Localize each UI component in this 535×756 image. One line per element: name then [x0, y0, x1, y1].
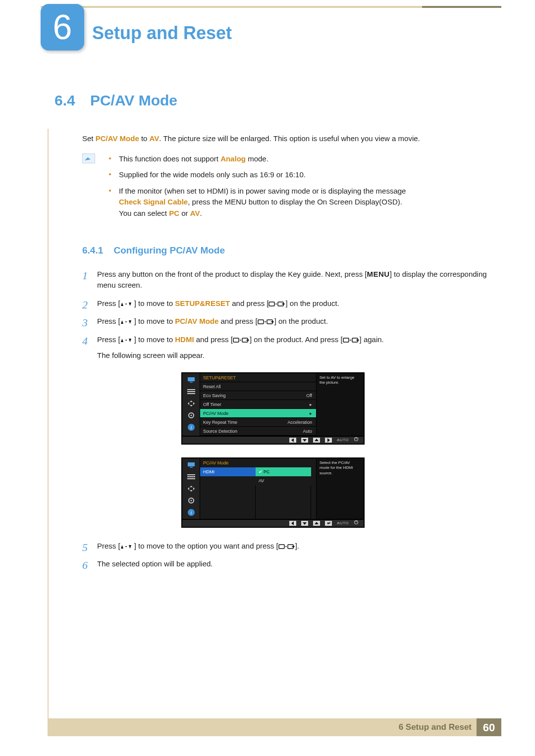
page-footer: 6 Setup and Reset 60 — [48, 718, 501, 736]
step-item: Press [] to move to PC/AV Mode and press… — [82, 316, 495, 327]
osd-row: AV — [200, 476, 316, 485]
enter-source-icon — [343, 337, 360, 344]
osd-sidebar: i — [182, 373, 200, 436]
osd-row: Off Timer▸ — [200, 400, 316, 409]
nav-left-icon — [289, 438, 296, 443]
step-item: Press [] to move to the option you want … — [82, 541, 495, 552]
info-icon: i — [187, 424, 196, 431]
svg-point-14 — [190, 414, 192, 416]
nav-up-icon — [313, 521, 320, 526]
list-icon — [187, 388, 196, 395]
chapter-number: 6 — [53, 1, 72, 53]
enter-source-icon — [258, 318, 274, 325]
svg-rect-9 — [190, 382, 193, 383]
osd-row: HDMI ✔PC — [200, 467, 316, 476]
svg-rect-2 — [258, 320, 264, 324]
svg-rect-10 — [187, 389, 195, 390]
up-down-icon — [120, 318, 134, 325]
subsection-heading: 6.4.1 Configuring PC/AV Mode — [82, 244, 495, 258]
osd-row: Eco SavingOff — [200, 391, 316, 400]
resize-icon — [187, 485, 196, 492]
gear-icon — [187, 412, 196, 419]
intro-paragraph: Set PC/AV Mode to AV. The picture size w… — [82, 133, 495, 145]
resize-icon — [187, 400, 196, 407]
chapter-title: Setup and Reset — [92, 20, 232, 47]
up-down-icon — [120, 337, 134, 344]
svg-rect-11 — [187, 391, 195, 392]
osd-source-selected: HDMI — [200, 467, 256, 476]
nav-down-icon — [301, 438, 308, 443]
note-list: This function does not support Analog mo… — [109, 153, 495, 224]
nav-auto-label: AUTO — [337, 437, 349, 443]
step-item: Press [] to move to SETUP&RESET and pres… — [82, 298, 495, 309]
svg-rect-30 — [279, 545, 284, 549]
svg-rect-6 — [343, 338, 349, 342]
svg-rect-22 — [187, 476, 195, 477]
nav-left-icon — [289, 521, 296, 526]
top-rule-accent — [422, 6, 501, 8]
footer-label: 6 Setup and Reset — [399, 721, 472, 734]
step-item: Press [] to move to HDMI and press [] on… — [82, 334, 495, 528]
note-block: This function does not support Analog mo… — [82, 153, 495, 224]
osd-option: AV — [256, 476, 311, 485]
osd-row-selected: PC/AV Mode▸ — [200, 409, 316, 418]
note-item: This function does not support Analog mo… — [109, 153, 495, 165]
svg-rect-19 — [188, 462, 195, 466]
nav-enter-icon — [325, 521, 332, 526]
chapter-badge: 6 — [41, 4, 84, 50]
svg-rect-21 — [187, 474, 195, 475]
osd-nav-bar: AUTO — [181, 520, 365, 528]
footer-page-number: 60 — [477, 718, 501, 736]
svg-rect-20 — [190, 467, 193, 468]
nav-down-icon — [301, 521, 308, 526]
section-title: PC/AV Mode — [90, 92, 177, 108]
note-item: If the monitor (when set to HDMI) is in … — [109, 186, 495, 219]
svg-rect-0 — [269, 302, 274, 306]
up-down-icon — [120, 301, 134, 307]
svg-point-25 — [190, 500, 192, 501]
osd-row: Key Repeat TimeAcceleration — [200, 418, 316, 427]
enter-source-icon — [278, 543, 295, 550]
monitor-icon — [187, 461, 196, 468]
step-item: The selected option will be applied. — [82, 558, 495, 570]
subsection-number: 6.4.1 — [82, 245, 103, 255]
enter-source-icon — [268, 301, 285, 307]
nav-auto-label: AUTO — [337, 520, 349, 526]
info-icon: i — [187, 509, 196, 516]
enter-source-icon — [233, 337, 250, 344]
svg-rect-12 — [187, 393, 195, 394]
osd-header: PC/AV Mode — [200, 458, 316, 467]
osd-help-text: Select the PC/AV mode for the HDMI sourc… — [316, 458, 364, 519]
power-icon — [354, 520, 359, 527]
section-number: 6.4 — [54, 92, 75, 108]
up-down-icon — [120, 543, 134, 550]
subsection-title: Configuring PC/AV Mode — [114, 245, 225, 255]
svg-rect-8 — [188, 377, 195, 381]
power-icon — [354, 437, 359, 444]
osd-nav-bar: AUTO — [181, 437, 365, 445]
osd-option-selected: ✔PC — [256, 467, 311, 476]
svg-text:i: i — [190, 425, 192, 430]
osd-header: SETUP&RESET — [200, 373, 316, 382]
osd-setup-reset: i SETUP&RESET Reset All Eco SavingOff Of… — [181, 372, 365, 445]
svg-text:i: i — [190, 510, 192, 515]
menu-key: MENU — [367, 270, 389, 278]
osd-row: Source DetectionAuto — [200, 427, 316, 436]
list-icon — [187, 473, 196, 480]
osd-help-text: Set to AV to enlarge the picture. — [316, 373, 364, 436]
step-item: Press any button on the front of the pro… — [82, 269, 495, 291]
osd-row: Reset All — [200, 382, 316, 391]
monitor-icon — [187, 376, 196, 383]
note-item: Supplied for the wide models only such a… — [109, 169, 495, 181]
svg-rect-4 — [233, 338, 239, 342]
nav-right-icon — [325, 438, 332, 443]
step-list: Press any button on the front of the pro… — [82, 269, 495, 570]
note-icon — [82, 153, 95, 163]
svg-rect-23 — [187, 478, 195, 479]
gear-icon — [187, 497, 196, 504]
osd-sidebar: i — [182, 458, 200, 519]
nav-up-icon — [313, 438, 320, 443]
osd-pcav-mode: i PC/AV Mode HDMI ✔PC AV — [181, 457, 365, 528]
